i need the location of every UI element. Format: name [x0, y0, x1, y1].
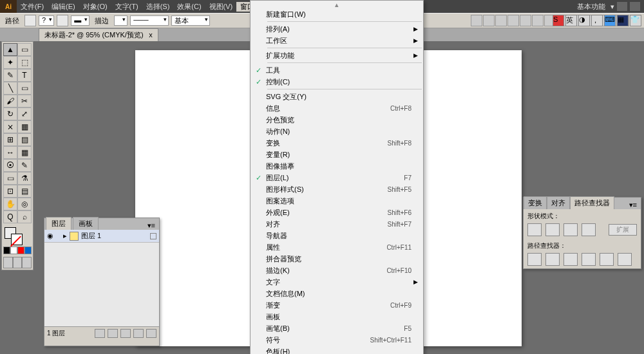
make-clip-icon[interactable] [108, 329, 118, 338]
tool-button[interactable]: ▭ [17, 43, 32, 56]
align-btn[interactable] [520, 15, 531, 26]
tool-button[interactable]: 🖌 [3, 95, 17, 107]
close-tab-icon[interactable]: x [149, 31, 153, 39]
draw-mode[interactable] [3, 257, 13, 268]
menu-item[interactable]: 文字▶ [251, 276, 423, 288]
expand-button[interactable]: 扩展 [609, 224, 637, 236]
tool-button[interactable]: ▭ [17, 82, 32, 95]
panel-menu-icon[interactable]: ▾≡ [144, 221, 159, 230]
align-btn[interactable] [471, 15, 482, 26]
tool-button[interactable]: ✦ [3, 56, 17, 69]
unite-button[interactable] [527, 223, 542, 236]
minus-back-button[interactable] [618, 253, 632, 266]
document-tab[interactable]: 未标题-2* @ 95% (CMYK/预览) x [39, 28, 158, 41]
menu-item[interactable]: 画板 [251, 311, 423, 322]
menu-item[interactable]: ✓控制(C) [251, 76, 423, 88]
tool-button[interactable]: ↻ [3, 107, 17, 120]
menu-item[interactable]: 图案选项 [251, 195, 423, 207]
tab-artboards[interactable]: 画板 [73, 217, 99, 230]
menu-item[interactable]: SVG 交互(Y) [251, 91, 423, 102]
tool-button[interactable]: ▤ [17, 185, 32, 198]
draw-mode[interactable] [22, 257, 32, 268]
tool-button[interactable]: ✂ [17, 95, 32, 107]
tool-button[interactable]: ✎ [3, 69, 17, 82]
menu-item[interactable]: 外观(E)Shift+F6 [251, 207, 423, 218]
ime-pad-icon[interactable]: ▦ [617, 15, 629, 26]
ime-lang-icon[interactable]: 英 [565, 15, 577, 26]
ime-skin-icon[interactable]: 👕 [630, 15, 641, 26]
trim-button[interactable] [545, 253, 560, 266]
menu-item[interactable]: 导航器 [251, 230, 423, 241]
tool-button[interactable]: ⚗ [17, 172, 32, 185]
menu-item[interactable]: 渐变Ctrl+F9 [251, 299, 423, 311]
menu-item[interactable]: 信息Ctrl+F8 [251, 102, 423, 114]
tool-button[interactable]: ⊡ [3, 185, 17, 198]
color-swatches[interactable] [3, 226, 32, 245]
crop-button[interactable] [582, 253, 596, 266]
menu-item[interactable]: ✓图层(L)F7 [251, 172, 423, 183]
align-btn[interactable] [495, 15, 507, 26]
tool-button[interactable]: ✋ [3, 198, 17, 210]
tab-layers[interactable]: 图层 [46, 217, 71, 230]
draw-mode[interactable] [13, 257, 23, 268]
menu-item[interactable]: 图像描摹 [251, 160, 423, 172]
menu-item[interactable]: 新建窗口(W) [251, 8, 423, 20]
locate-icon[interactable] [95, 329, 105, 338]
layers-panel[interactable]: 图层 画板 ▾≡ ◉ ▸ 图层 1 1 图层 [44, 218, 160, 346]
tool-button[interactable]: ╲ [3, 82, 17, 95]
tab-align[interactable]: 对齐 [547, 196, 570, 209]
merge-button[interactable] [564, 253, 578, 266]
menu-item[interactable]: 变换Shift+F8 [251, 137, 423, 149]
menu-object[interactable]: 对象(O) [79, 2, 111, 12]
tool-button[interactable]: ▦ [17, 146, 32, 159]
workspace-switcher[interactable]: 基本功能 [574, 2, 608, 12]
tab-transform[interactable]: 变换 [524, 196, 547, 209]
tool-button[interactable]: T [17, 69, 32, 82]
layer-name[interactable]: 图层 1 [81, 231, 101, 241]
menu-effect[interactable]: 效果(C) [173, 2, 205, 12]
tool-button[interactable]: ⨯ [3, 120, 17, 133]
stroke-weight[interactable] [114, 15, 128, 26]
new-sublayer-icon[interactable] [120, 329, 131, 338]
stroke-dropdown[interactable]: ▬ [71, 15, 90, 26]
menu-select[interactable]: 选择(S) [142, 2, 174, 12]
menu-item[interactable]: 对齐Shift+F7 [251, 218, 423, 230]
menu-item[interactable]: 分色预览 [251, 114, 423, 126]
fill-swatch[interactable] [24, 15, 36, 26]
color-chip[interactable] [24, 247, 32, 254]
align-btn[interactable] [483, 15, 495, 26]
menu-item[interactable]: 属性Ctrl+F11 [251, 241, 423, 253]
intersect-button[interactable] [564, 223, 578, 236]
menu-item[interactable]: 拼合器预览 [251, 253, 423, 265]
menu-item[interactable]: 工作区▶ [251, 35, 423, 46]
tool-button[interactable]: ⦿ [3, 159, 17, 172]
disclosure-icon[interactable]: ▸ [63, 232, 67, 240]
minimize-button[interactable] [617, 2, 627, 11]
menu-item[interactable]: 画笔(B)F5 [251, 322, 423, 334]
tool-button[interactable]: ▭ [3, 172, 17, 185]
tool-button[interactable]: ⬚ [17, 56, 32, 69]
pathfinder-panel[interactable]: 变换 对齐 路径查找器 ▾≡ 形状模式： 扩展 路径查找器： [523, 197, 641, 269]
tool-button[interactable]: ◎ [17, 198, 32, 210]
align-btn[interactable] [507, 15, 519, 26]
trash-icon[interactable] [146, 329, 156, 338]
layer-row[interactable]: ◉ ▸ 图层 1 [44, 230, 159, 243]
menu-item[interactable]: 动作(N) [251, 126, 423, 137]
scroll-up-icon[interactable]: ▴ [251, 1, 423, 8]
menu-item[interactable]: 扩展功能▶ [251, 50, 423, 61]
divide-button[interactable] [527, 253, 542, 266]
menu-edit[interactable]: 编辑(E) [48, 2, 79, 12]
menu-item[interactable]: 排列(A)▶ [251, 23, 423, 35]
menu-type[interactable]: 文字(T) [111, 2, 142, 12]
tool-button[interactable]: ▤ [17, 133, 32, 146]
maximize-button[interactable] [630, 2, 640, 11]
tool-button[interactable]: ⤢ [17, 107, 32, 120]
panel-menu-icon[interactable]: ▾≡ [625, 201, 641, 209]
stroke-swatch[interactable] [57, 15, 68, 26]
tool-button[interactable]: ↔ [3, 146, 17, 159]
stroke-color[interactable] [11, 234, 23, 245]
outline-button[interactable] [600, 253, 614, 266]
tool-button[interactable]: ▲ [3, 43, 17, 56]
sogou-icon[interactable]: S [553, 15, 564, 26]
menu-item[interactable]: 文档信息(M) [251, 288, 423, 299]
